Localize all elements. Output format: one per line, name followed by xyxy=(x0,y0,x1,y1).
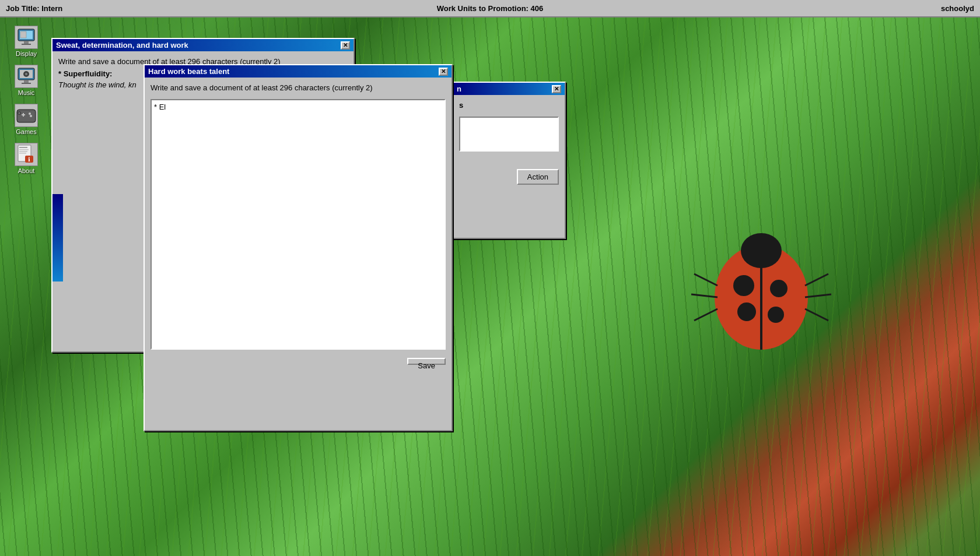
hardwork-textarea[interactable]: * El xyxy=(150,99,446,350)
work-units-value: 406 xyxy=(531,4,544,13)
games-icon xyxy=(15,104,38,127)
games-icon-label: Games xyxy=(16,128,36,135)
window-sweat-titlebar[interactable]: Sweat, determination, and hard work ✕ xyxy=(52,39,354,51)
window-hardwork-titlebar[interactable]: Hard work beats talent ✕ xyxy=(145,65,452,78)
taskbar-username: schoolyd xyxy=(652,4,974,13)
taskbar-left: Job Title: Intern xyxy=(6,4,328,13)
svg-point-21 xyxy=(25,73,27,75)
svg-line-7 xyxy=(694,274,718,286)
svg-point-30 xyxy=(19,112,20,114)
window-hardwork-close[interactable]: ✕ xyxy=(439,68,448,76)
svg-point-28 xyxy=(30,115,32,117)
svg-rect-23 xyxy=(22,83,31,84)
window-hardwork-instruction: Write and save a document of at least 29… xyxy=(150,83,446,92)
svg-rect-33 xyxy=(19,149,29,150)
window-third-close[interactable]: ✕ xyxy=(552,85,561,93)
window-third-content: s Action xyxy=(453,95,565,191)
svg-point-1 xyxy=(733,275,754,296)
svg-point-4 xyxy=(768,307,784,323)
job-title-label: Job Title: xyxy=(6,4,40,13)
svg-line-12 xyxy=(805,309,828,321)
music-icon xyxy=(15,65,38,88)
display-icon-label: Display xyxy=(16,50,37,57)
svg-rect-32 xyxy=(19,147,27,148)
about-icon: ℹ xyxy=(15,143,38,166)
svg-rect-17 xyxy=(20,31,26,38)
window-third-title: n xyxy=(457,85,461,93)
svg-point-3 xyxy=(737,302,756,321)
window-third-input[interactable] xyxy=(459,117,559,152)
window-hardwork-content: Write and save a document of at least 29… xyxy=(145,78,452,368)
svg-rect-26 xyxy=(23,113,24,117)
desktop-icon-music[interactable]: Music xyxy=(3,62,50,98)
job-title-value: Intern xyxy=(41,4,62,13)
svg-rect-34 xyxy=(19,151,27,152)
desktop-icon-display[interactable]: Display xyxy=(3,23,50,59)
save-button[interactable]: Save xyxy=(407,358,446,365)
svg-point-2 xyxy=(770,280,788,297)
svg-rect-35 xyxy=(19,153,26,154)
icon-sidebar: Display Music xyxy=(0,17,52,556)
window-third-label: s xyxy=(459,101,559,110)
desktop-icon-about[interactable]: ℹ About xyxy=(3,140,50,177)
window-sweat-close[interactable]: ✕ xyxy=(341,41,350,50)
svg-line-9 xyxy=(694,309,718,321)
desktop-icon-games[interactable]: Games xyxy=(3,101,50,138)
about-icon-label: About xyxy=(18,167,35,174)
music-icon-label: Music xyxy=(18,89,35,96)
action-button[interactable]: Action xyxy=(517,169,559,185)
svg-rect-22 xyxy=(24,80,29,83)
window-third: n ✕ s Action xyxy=(452,82,566,239)
svg-rect-16 xyxy=(22,44,31,45)
svg-line-11 xyxy=(805,294,831,297)
taskbar-center: Work Units to Promotion: 406 xyxy=(328,4,651,13)
window-hardwork-title: Hard work beats talent xyxy=(148,67,229,76)
svg-line-10 xyxy=(805,274,828,286)
window-sweat-title: Sweat, determination, and hard work xyxy=(56,41,188,50)
svg-text:ℹ: ℹ xyxy=(28,156,30,163)
window-third-titlebar[interactable]: n ✕ xyxy=(453,83,565,95)
window-hardwork: Hard work beats talent ✕ Write and save … xyxy=(144,64,453,431)
work-units-label: Work Units to Promotion: xyxy=(437,4,528,13)
taskbar: Job Title: Intern Work Units to Promotio… xyxy=(0,0,980,17)
display-icon xyxy=(15,26,38,49)
svg-point-27 xyxy=(29,112,31,115)
svg-line-8 xyxy=(691,294,718,297)
svg-rect-15 xyxy=(24,41,29,44)
scroll-indicator xyxy=(52,194,63,281)
